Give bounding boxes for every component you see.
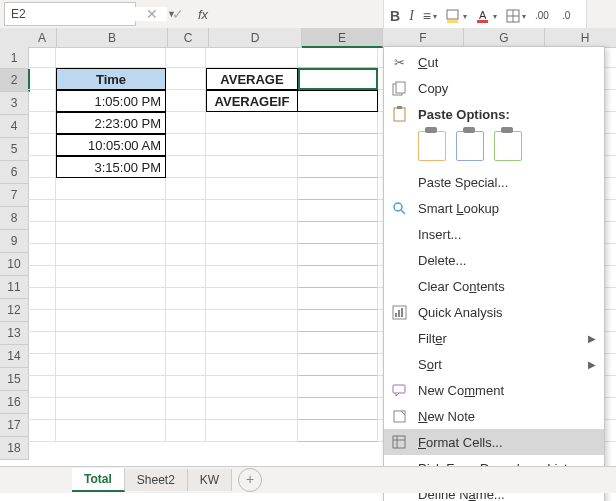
cell-E1[interactable]	[298, 48, 378, 68]
row-header-12[interactable]: 12	[0, 299, 29, 322]
row-header-14[interactable]: 14	[0, 345, 29, 368]
menu-clear[interactable]: Clear Contents	[384, 273, 604, 299]
menu-sort[interactable]: Sort▶	[384, 351, 604, 377]
cell-D5[interactable]	[206, 134, 298, 156]
cell-D8[interactable]	[206, 200, 298, 222]
row-header-4[interactable]: 4	[0, 115, 29, 138]
row-header-3[interactable]: 3	[0, 92, 29, 115]
cell-A3[interactable]	[28, 90, 56, 112]
cell-D16[interactable]	[206, 376, 298, 398]
sheet-tab-total[interactable]: Total	[72, 468, 125, 492]
cell-E3[interactable]	[298, 90, 378, 112]
cell-A14[interactable]	[28, 332, 56, 354]
cell-D9[interactable]	[206, 222, 298, 244]
sheet-tab-sheet2[interactable]: Sheet2	[125, 469, 188, 491]
cell-E16[interactable]	[298, 376, 378, 398]
row-header-11[interactable]: 11	[0, 276, 29, 299]
cell-A5[interactable]	[28, 134, 56, 156]
name-box[interactable]: ▼	[4, 2, 136, 26]
row-header-18[interactable]: 18	[0, 437, 29, 460]
cell-C15[interactable]	[166, 354, 206, 376]
cell-C18[interactable]	[166, 420, 206, 442]
cell-E9[interactable]	[298, 222, 378, 244]
cell-A17[interactable]	[28, 398, 56, 420]
row-header-15[interactable]: 15	[0, 368, 29, 391]
column-header-B[interactable]: B	[57, 28, 168, 48]
cell-C4[interactable]	[166, 112, 206, 134]
cell-E17[interactable]	[298, 398, 378, 420]
cell-C17[interactable]	[166, 398, 206, 420]
row-header-5[interactable]: 5	[0, 138, 29, 161]
cell-D15[interactable]	[206, 354, 298, 376]
italic-button[interactable]: I	[409, 8, 414, 24]
cell-B3[interactable]: 1:05:00 PM	[56, 90, 166, 112]
cell-B7[interactable]	[56, 178, 166, 200]
cell-B9[interactable]	[56, 222, 166, 244]
cell-C1[interactable]	[166, 48, 206, 68]
sheet-tab-kw[interactable]: KW	[188, 469, 232, 491]
cell-C6[interactable]	[166, 156, 206, 178]
menu-quick-analysis[interactable]: Quick Analysis	[384, 299, 604, 325]
menu-new-note[interactable]: New Note	[384, 403, 604, 429]
column-header-H[interactable]: H	[545, 28, 616, 48]
cell-C11[interactable]	[166, 266, 206, 288]
paste-option-1[interactable]	[418, 131, 446, 161]
row-header-10[interactable]: 10	[0, 253, 29, 276]
cell-B10[interactable]	[56, 244, 166, 266]
cell-C16[interactable]	[166, 376, 206, 398]
menu-filter[interactable]: Filter▶	[384, 325, 604, 351]
fill-color-button[interactable]: ▾	[446, 9, 467, 24]
cell-E5[interactable]	[298, 134, 378, 156]
cell-B8[interactable]	[56, 200, 166, 222]
cell-A10[interactable]	[28, 244, 56, 266]
cell-A6[interactable]	[28, 156, 56, 178]
cell-C7[interactable]	[166, 178, 206, 200]
cell-C10[interactable]	[166, 244, 206, 266]
row-header-8[interactable]: 8	[0, 207, 29, 230]
cell-E10[interactable]	[298, 244, 378, 266]
cell-D18[interactable]	[206, 420, 298, 442]
row-header-6[interactable]: 6	[0, 161, 29, 184]
cell-D7[interactable]	[206, 178, 298, 200]
row-header-2[interactable]: 2	[0, 69, 30, 92]
column-header-F[interactable]: F	[383, 28, 464, 48]
cell-A4[interactable]	[28, 112, 56, 134]
cell-E12[interactable]	[298, 288, 378, 310]
cell-E4[interactable]	[298, 112, 378, 134]
fx-icon[interactable]: fx	[198, 7, 208, 22]
cell-B16[interactable]	[56, 376, 166, 398]
cell-D6[interactable]	[206, 156, 298, 178]
cell-B18[interactable]	[56, 420, 166, 442]
cell-D1[interactable]	[206, 48, 298, 68]
decimal2-button[interactable]: .0	[562, 9, 580, 23]
cell-D2[interactable]: AVERAGE	[206, 68, 298, 90]
column-header-G[interactable]: G	[464, 28, 545, 48]
paste-option-3[interactable]	[494, 131, 522, 161]
column-header-A[interactable]: A	[28, 28, 57, 48]
cell-D4[interactable]	[206, 112, 298, 134]
cell-A1[interactable]	[28, 48, 56, 68]
cell-A9[interactable]	[28, 222, 56, 244]
cell-A2[interactable]	[28, 68, 56, 90]
row-header-17[interactable]: 17	[0, 414, 29, 437]
cell-B11[interactable]	[56, 266, 166, 288]
row-header-7[interactable]: 7	[0, 184, 29, 207]
cell-E7[interactable]	[298, 178, 378, 200]
cell-A15[interactable]	[28, 354, 56, 376]
cell-B15[interactable]	[56, 354, 166, 376]
cell-D13[interactable]	[206, 310, 298, 332]
cell-A18[interactable]	[28, 420, 56, 442]
cell-B6[interactable]: 3:15:00 PM	[56, 156, 166, 178]
cell-B1[interactable]	[56, 48, 166, 68]
cell-E18[interactable]	[298, 420, 378, 442]
bold-button[interactable]: B	[390, 8, 400, 24]
cell-D17[interactable]	[206, 398, 298, 420]
cell-E15[interactable]	[298, 354, 378, 376]
cell-A16[interactable]	[28, 376, 56, 398]
borders-button[interactable]: ▾	[506, 9, 526, 23]
column-header-D[interactable]: D	[209, 28, 302, 48]
row-header-9[interactable]: 9	[0, 230, 29, 253]
cell-C9[interactable]	[166, 222, 206, 244]
menu-paste-special[interactable]: Paste Special...	[384, 169, 604, 195]
cell-B17[interactable]	[56, 398, 166, 420]
